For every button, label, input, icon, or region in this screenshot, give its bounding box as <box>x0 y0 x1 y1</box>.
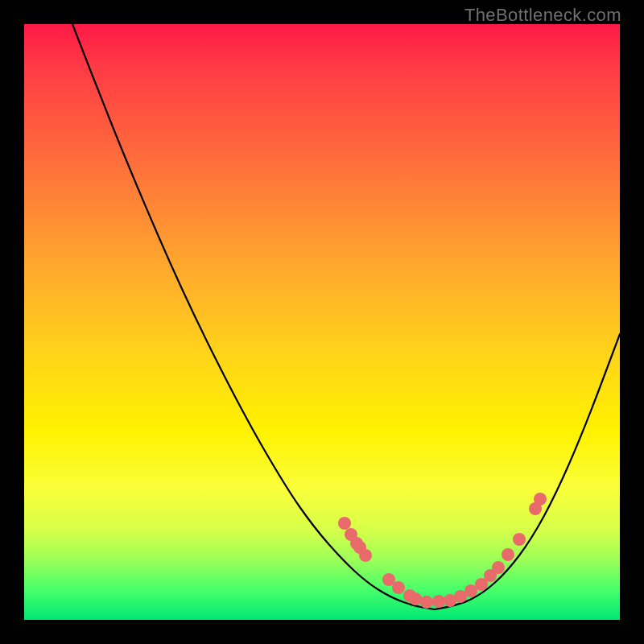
highlight-dot <box>534 493 547 506</box>
highlight-dot <box>420 596 433 609</box>
chart-svg <box>24 24 620 620</box>
highlight-dots <box>338 493 547 609</box>
highlight-dot <box>409 592 422 605</box>
right-curve <box>435 334 620 609</box>
highlight-dot <box>513 533 526 546</box>
plot-area <box>24 24 620 620</box>
highlight-dot <box>432 595 445 608</box>
highlight-dot <box>502 548 514 561</box>
highlight-dot <box>338 517 351 530</box>
highlight-dot <box>392 581 405 594</box>
left-curve <box>72 24 435 609</box>
watermark-text: TheBottleneck.com <box>464 5 621 26</box>
chart-frame: TheBottleneck.com <box>0 0 644 644</box>
highlight-dot <box>492 561 505 574</box>
highlight-dot <box>359 549 372 562</box>
